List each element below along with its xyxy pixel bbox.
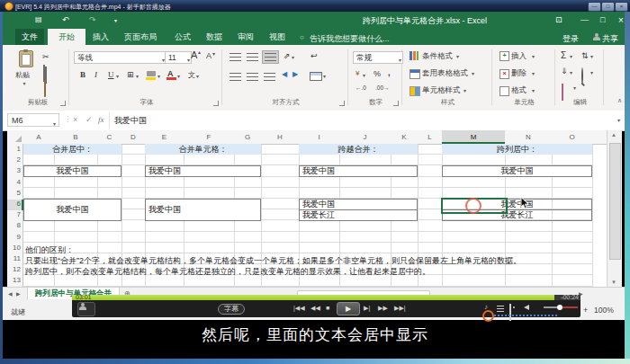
- player-minimize-button[interactable]: —: [588, 2, 601, 12]
- tell-me-box[interactable]: 告诉我您想要做什么...: [310, 33, 390, 45]
- cell-box-merge-cells-row67[interactable]: 我爱中国: [145, 199, 261, 221]
- column-header-C[interactable]: C: [97, 130, 122, 145]
- font-size-box[interactable]: 11 ▾: [165, 51, 192, 64]
- percent-style-button[interactable]: %: [374, 69, 381, 78]
- column-header-J[interactable]: J: [339, 130, 391, 145]
- bold-button[interactable]: B: [80, 70, 86, 79]
- row-header-6[interactable]: 6: [7, 200, 23, 210]
- scroll-down-icon[interactable]: ▼: [611, 280, 616, 285]
- column-header-G[interactable]: G: [234, 130, 261, 145]
- select-all-corner[interactable]: [7, 130, 23, 145]
- sheet-next-icon[interactable]: ▶: [16, 290, 21, 297]
- row-header-9[interactable]: 9: [7, 233, 23, 241]
- stop-icon[interactable]: ■: [326, 304, 329, 313]
- qat-customize-icon[interactable]: ▾: [114, 17, 117, 23]
- font-dialog-launcher[interactable]: [213, 101, 219, 106]
- seek-bar[interactable]: 03:01 -00:24: [72, 295, 580, 300]
- column-header-F[interactable]: F: [184, 130, 234, 145]
- format-cells-button[interactable]: 格式: [511, 85, 526, 96]
- middle-align-button[interactable]: [247, 53, 258, 61]
- format-painter-icon[interactable]: [44, 81, 46, 97]
- section-merge-across[interactable]: 跨越合并：: [299, 144, 418, 155]
- player-close-button[interactable]: ×: [615, 2, 628, 12]
- center-button[interactable]: [247, 73, 258, 81]
- cell-box-merge-cells-row3[interactable]: 我爱中国: [145, 165, 261, 177]
- column-header-D[interactable]: D: [122, 130, 145, 145]
- rewind-icon[interactable]: ◀◀: [310, 304, 320, 313]
- frame-step-icon[interactable]: ▶|: [364, 304, 370, 313]
- font-name-box[interactable]: 等线 ▾: [74, 51, 167, 64]
- align-left-button[interactable]: [230, 73, 241, 81]
- vertical-scrollbar[interactable]: ▲ ▼: [607, 130, 622, 287]
- formula-bar-expand-icon[interactable]: ▾: [617, 117, 620, 123]
- collapse-ribbon-icon[interactable]: ∧: [617, 97, 622, 104]
- comma-style-button[interactable]: ,: [388, 68, 391, 77]
- decrease-decimal-button[interactable]: .00→: [375, 84, 390, 91]
- accounting-format-button[interactable]: ¥: [356, 69, 359, 77]
- column-header-L[interactable]: L: [418, 130, 442, 145]
- row-header-12[interactable]: 12: [7, 265, 23, 273]
- cut-icon[interactable]: ✂: [42, 52, 50, 61]
- column-header-B[interactable]: B: [54, 130, 97, 145]
- top-align-button[interactable]: [230, 53, 241, 61]
- cell-box-merge-center-row3[interactable]: 我爱中国: [23, 165, 122, 177]
- column-header-N[interactable]: N: [505, 130, 552, 145]
- column-header-K[interactable]: K: [391, 130, 418, 145]
- tab-file[interactable]: 文件: [15, 29, 44, 45]
- excel-minimize-button[interactable]: —: [580, 15, 589, 24]
- row-header-7[interactable]: 7: [7, 210, 23, 218]
- save-icon[interactable]: ▤: [35, 15, 42, 23]
- zoom-level[interactable]: 100%: [594, 306, 614, 315]
- grow-font-button[interactable]: A: [191, 49, 197, 60]
- cell-box-merge-across-row3[interactable]: 我爱中国: [299, 165, 418, 177]
- column-header-E[interactable]: E: [145, 130, 184, 145]
- snapshot-icon[interactable]: [509, 304, 511, 321]
- cell-box-merge-center-row67[interactable]: 我爱中国: [23, 199, 122, 221]
- bottom-align-button[interactable]: [262, 50, 279, 64]
- ribbon-display-options-icon[interactable]: ⊡: [555, 15, 562, 24]
- volume-knob[interactable]: [557, 305, 562, 310]
- italic-button[interactable]: I: [94, 70, 97, 79]
- decrease-indent-icon[interactable]: ◀: [282, 70, 287, 78]
- zoom-in-button[interactable]: +: [583, 306, 588, 315]
- section-merge-center[interactable]: 合并居中：: [23, 144, 122, 155]
- fill-color-button[interactable]: [147, 71, 156, 76]
- section-merge-cells[interactable]: 合并单元格：: [145, 144, 261, 155]
- wrap-text-button[interactable]: ↩: [310, 51, 318, 60]
- undo-icon[interactable]: ↶: [62, 15, 69, 24]
- row-header-13[interactable]: 13: [7, 276, 23, 284]
- play-button[interactable]: ▶: [337, 302, 360, 315]
- number-dialog-launcher[interactable]: [393, 101, 399, 106]
- delete-cells-button[interactable]: 删除: [511, 68, 526, 79]
- align-right-button[interactable]: [264, 73, 275, 81]
- tab-formulas[interactable]: 公式: [168, 29, 197, 45]
- cancel-icon[interactable]: ×: [73, 115, 77, 124]
- row-header-3[interactable]: 3: [7, 166, 23, 174]
- name-box[interactable]: M6 ▾: [7, 113, 59, 127]
- cell-box-merge-across-row6[interactable]: 我爱中国: [299, 199, 418, 210]
- format-as-table-button[interactable]: 套用表格格式: [422, 68, 468, 79]
- clipboard-dialog-launcher[interactable]: [60, 101, 66, 106]
- merge-center-button[interactable]: [310, 72, 322, 81]
- sign-in-link[interactable]: 登录: [562, 33, 579, 45]
- volume-slider[interactable]: [544, 304, 578, 311]
- row-header-5[interactable]: 5: [7, 189, 23, 197]
- autosum-button[interactable]: Σ: [561, 50, 566, 60]
- fx-icon[interactable]: fx: [98, 115, 104, 124]
- number-format-box[interactable]: 常规 ▾: [353, 51, 403, 64]
- player-maximize-button[interactable]: □: [601, 2, 615, 12]
- speaker-icon[interactable]: [524, 305, 529, 310]
- tab-page-layout[interactable]: 页面布局: [118, 29, 163, 45]
- paste-button[interactable]: 粘贴 ▾: [15, 50, 33, 86]
- tab-data[interactable]: 数据: [200, 29, 229, 45]
- next-file-icon[interactable]: ▶▶|: [394, 304, 406, 313]
- redo-icon[interactable]: ↷: [89, 15, 96, 24]
- tab-review[interactable]: 审阅: [231, 29, 260, 45]
- sort-filter-button[interactable]: ⇅: [581, 51, 589, 60]
- row-header-1[interactable]: 1: [7, 145, 23, 153]
- conditional-formatting-button[interactable]: 条件格式: [422, 51, 453, 62]
- phonetic-button[interactable]: 文: [188, 70, 195, 80]
- increase-indent-icon[interactable]: ▶: [292, 70, 298, 78]
- subtitle-button[interactable]: 字幕: [218, 304, 245, 315]
- enter-icon[interactable]: ✓: [86, 115, 93, 124]
